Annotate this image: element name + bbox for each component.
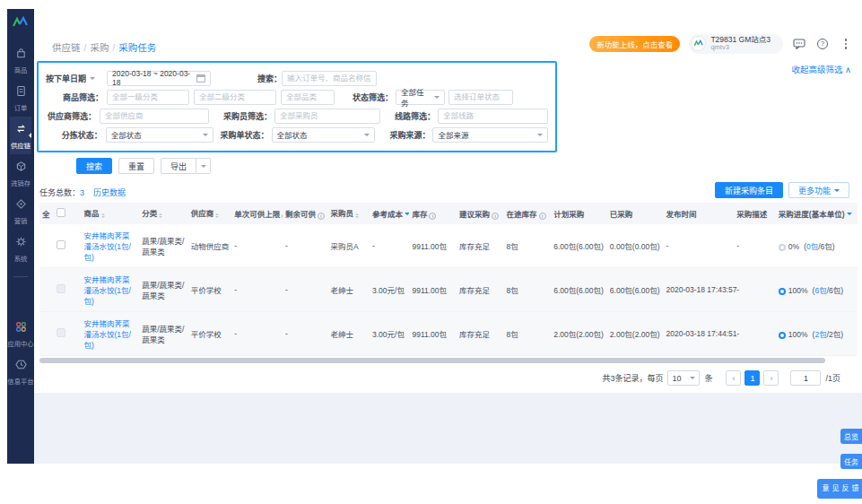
sidebar-divider xyxy=(13,276,28,277)
cell-product: 安井猪肉荠菜灌汤水饺(1包/包) xyxy=(82,224,140,268)
page-jump-input[interactable] xyxy=(790,370,821,386)
info-icon[interactable]: i xyxy=(429,213,436,220)
supply-chain-icon xyxy=(15,122,27,138)
more-kebab-icon[interactable] xyxy=(839,37,853,51)
avatar xyxy=(691,36,706,51)
help-icon[interactable]: ? xyxy=(815,37,830,51)
info-icon[interactable]: i xyxy=(492,213,499,220)
per-page-select[interactable]: 10 xyxy=(667,370,700,386)
anchor-tab-task[interactable]: 任务 xyxy=(840,454,862,469)
product-link[interactable]: 安井猪肉荠菜灌汤水饺(1包/包) xyxy=(84,319,131,350)
info-platform-icon xyxy=(15,358,27,374)
breadcrumb-item[interactable]: 采购 xyxy=(90,42,109,53)
sidebar-item-进销存[interactable]: 进销存 xyxy=(10,154,31,192)
app-logo-icon xyxy=(12,16,30,32)
cell-sel xyxy=(39,224,54,268)
sorting-status-select[interactable]: 全部状态 xyxy=(106,127,213,143)
order-doc-icon xyxy=(15,84,27,100)
column-header-category[interactable]: 分类 xyxy=(139,203,188,224)
next-page-button[interactable]: › xyxy=(763,370,779,386)
cell-purchased: 0.00包(0.00包) xyxy=(607,224,664,268)
cell-category: 蔬果/蔬果类/蔬果类 xyxy=(139,224,188,268)
more-functions-button[interactable]: 更多功能 xyxy=(788,182,849,198)
info-icon[interactable]: i xyxy=(318,213,325,220)
prev-page-button[interactable]: ‹ xyxy=(726,370,741,386)
reset-button[interactable]: 重置 xyxy=(118,158,154,174)
sidebar-item-label: 商品 xyxy=(14,65,28,74)
column-header-suggest: 建议采购i xyxy=(457,203,504,224)
cell-plan: 6.00包(6.00包) xyxy=(551,268,607,312)
sort-icon xyxy=(215,212,219,220)
task-status-select[interactable]: 全部任务 xyxy=(396,90,445,105)
sort-icon xyxy=(101,212,105,220)
create-purchase-entry-button[interactable]: 新建采购条目 xyxy=(715,182,783,198)
breadcrumb-item[interactable]: 供应链 xyxy=(52,42,81,53)
column-header-cost[interactable]: 参考成本 xyxy=(370,203,409,224)
column-header-progress[interactable]: 采购进度(基本单位) xyxy=(776,203,858,224)
export-dropdown-button[interactable] xyxy=(196,158,211,174)
feedback-tab[interactable]: 意见反馈 xyxy=(817,479,862,499)
category-brand-input[interactable] xyxy=(281,90,335,105)
sidebar-item-商品[interactable]: 商品 xyxy=(10,41,31,79)
search-button[interactable]: 搜索 xyxy=(76,158,112,174)
history-data-link[interactable]: 历史数据 xyxy=(93,187,126,198)
calendar-icon xyxy=(196,74,205,83)
sidebar-item-订单[interactable]: 订单 xyxy=(10,79,31,117)
collapse-advanced-filter-link[interactable]: 收起高级筛选 ∧ xyxy=(791,63,851,75)
category-level1-input[interactable] xyxy=(107,90,189,105)
sidebar-item-营销[interactable]: 营销 xyxy=(10,192,31,230)
content-card: 供应链/采购/采购任务 新功能上线，点击查看 T29831 GM站点3 qmt xyxy=(34,9,862,393)
column-header-limit: 单次可供上限i xyxy=(231,203,283,224)
anchor-tab-overview[interactable]: 总览 xyxy=(840,429,862,444)
date-range-input[interactable]: 2020-03-18 ~ 2020-03-18 xyxy=(107,71,211,86)
date-type-select[interactable]: 按下单日期 xyxy=(46,73,103,84)
search-input[interactable] xyxy=(282,71,377,86)
column-header-supplier[interactable]: 供应商 xyxy=(188,203,232,224)
sidebar-item-系统[interactable]: 系统 xyxy=(10,230,31,267)
product-link[interactable]: 安井猪肉荠菜灌汤水饺(1包/包) xyxy=(84,275,131,306)
sidebar-item-信息平台[interactable]: 信息平台 xyxy=(6,352,35,390)
page-1-button[interactable]: 1 xyxy=(744,370,760,386)
cell-buyer: 老绅士 xyxy=(327,268,370,312)
column-header-buyer[interactable]: 采购员 xyxy=(327,203,370,224)
source-select[interactable]: 全部来源 xyxy=(432,127,548,143)
info-icon[interactable]: i xyxy=(282,213,283,220)
sidebar-item-应用中心[interactable]: 应用中心 xyxy=(6,315,35,352)
user-menu[interactable]: T29831 GM站点3 qmtv3 xyxy=(689,34,783,54)
cell-desc: - xyxy=(734,224,776,268)
po-status-select[interactable]: 全部状态 xyxy=(272,127,376,143)
category-level2-input[interactable] xyxy=(194,90,276,105)
message-icon[interactable] xyxy=(792,37,806,51)
route-input[interactable] xyxy=(438,109,548,124)
buyer-input[interactable] xyxy=(274,109,380,124)
cell-buyer: 老绅士 xyxy=(327,312,370,356)
sidebar-item-label: 进销存 xyxy=(11,178,30,187)
column-header-checkbox[interactable] xyxy=(54,203,81,224)
product-link[interactable]: 安井猪肉荠菜灌汤水饺(1包/包) xyxy=(84,231,131,262)
search-label: 搜索： xyxy=(257,73,282,84)
breadcrumb-separator: / xyxy=(112,42,115,53)
info-icon[interactable]: i xyxy=(539,213,546,220)
cell-sel xyxy=(39,312,54,356)
sidebar-item-label: 信息平台 xyxy=(7,376,33,385)
supplier-input[interactable] xyxy=(100,109,209,124)
breadcrumb: 供应链/采购/采购任务 xyxy=(52,40,156,54)
cell-transit: 8包 xyxy=(504,268,552,312)
sidebar-item-供应链[interactable]: 供应链 xyxy=(10,117,31,154)
cell-remain: - xyxy=(283,312,328,356)
cell-cost: - xyxy=(370,224,409,268)
sort-icon xyxy=(355,212,359,220)
order-status-input[interactable] xyxy=(448,90,513,105)
chevron-down-icon xyxy=(434,96,440,101)
sorting-status-label: 分拣状态： xyxy=(46,129,102,141)
select-all-checkbox[interactable] xyxy=(57,208,65,217)
column-header-product[interactable]: 商品 xyxy=(82,203,140,224)
chevron-down-icon xyxy=(690,377,695,382)
export-button[interactable]: 导出 xyxy=(161,158,196,174)
cell-publish: 2020-03-18 17:44:51 xyxy=(664,312,735,356)
row-checkbox[interactable] xyxy=(57,240,65,249)
column-header-purchased: 已采购 xyxy=(607,203,664,224)
user-subname: qmtv3 xyxy=(710,44,771,52)
new-feature-badge[interactable]: 新功能上线，点击查看 xyxy=(589,36,680,52)
pagination: 共3条记录，每页 10 条 ‹ 1 › /1页 xyxy=(36,363,853,387)
